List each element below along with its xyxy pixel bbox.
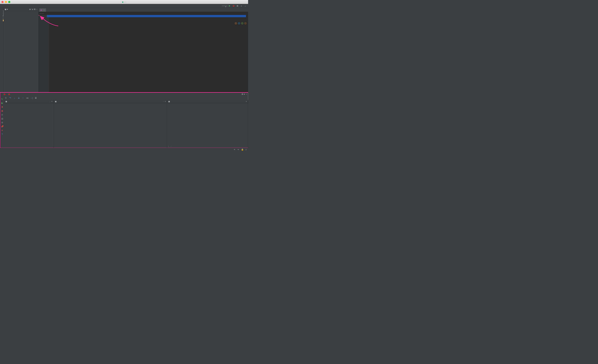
variables-icon: ▣ <box>55 100 57 103</box>
debug-button-icon[interactable]: 🐞 <box>232 4 235 8</box>
watches-list[interactable] <box>167 103 248 148</box>
debug-toolbar: ⎘ ↷ ↓ ⇊ ↑ ⏮ →| 🖩 <box>0 96 248 100</box>
remove-watch-icon[interactable]: − <box>170 145 171 147</box>
layout-icon[interactable]: ▤ <box>0 117 4 120</box>
editor-tab[interactable]: ◆ × <box>39 8 46 12</box>
mute-breakpoints-icon[interactable]: ⊘ <box>0 113 4 116</box>
settings-wrench-icon[interactable]: ⚙ <box>0 121 4 124</box>
status-bar: ≑ ≑ 🔒 ☺ <box>0 148 248 151</box>
stop-button-icon[interactable]: ■ <box>240 4 243 8</box>
resume-program-icon[interactable]: ▶ <box>0 101 4 105</box>
project-tool-window: ▣ ▾ ⊕ ⇲ ⚙ − <box>4 8 39 92</box>
variables-panel: ▣ → ▾ <box>54 100 167 148</box>
frames-panel: ▣ … ▾ <box>4 100 54 148</box>
editor-panel: ◆ × <box>39 8 248 92</box>
editor-tabs: ◆ × <box>39 8 248 12</box>
debug-tabs: 🐞 🐞 ⚙ ▾ − <box>0 92 248 96</box>
watches-toolbar: + − <box>168 145 172 147</box>
step-into-icon[interactable]: ↓ <box>13 96 16 99</box>
close-icon[interactable]: ✕ <box>0 129 4 132</box>
rerun-icon[interactable]: ↻ <box>0 98 4 101</box>
window-title: ◆ - - <box>0 1 248 3</box>
pin-icon[interactable]: 📌 <box>0 125 4 128</box>
collapse-icon[interactable]: ⇲ <box>32 8 33 10</box>
php-file-icon: ◆ <box>122 1 124 3</box>
settings-icon[interactable]: ⚙ <box>34 8 36 10</box>
crumb-class[interactable] <box>39 13 42 14</box>
show-execution-point-icon[interactable]: ⎘ <box>4 96 8 99</box>
browser-opera-icon[interactable] <box>241 22 243 25</box>
file-encoding[interactable]: ≑ <box>237 148 239 151</box>
variables-menu-icon[interactable]: → ▾ <box>162 100 166 103</box>
watches-panel: ▣ ▾ + − <box>167 100 248 148</box>
run-config-dropdown[interactable] <box>222 6 227 6</box>
line-separator[interactable]: ≑ <box>234 148 235 151</box>
project-header: ▣ ▾ ⊕ ⇲ ⚙ − <box>4 8 38 11</box>
coverage-button-icon[interactable]: ▣ <box>236 4 239 8</box>
evaluate-expression-icon[interactable]: 🖩 <box>34 96 37 99</box>
watches-icon: ▣ <box>168 100 170 103</box>
project-view-dropdown[interactable]: ▣ ▾ <box>5 8 8 10</box>
hide-icon[interactable]: − <box>246 93 247 95</box>
run-button-icon[interactable]: ▶ <box>228 4 231 8</box>
view-breakpoints-icon[interactable]: ◉ <box>0 109 4 112</box>
browser-firefox-icon[interactable] <box>244 22 247 25</box>
help-icon[interactable]: ? <box>0 133 4 136</box>
window-titlebar: ◆ - - <box>0 0 248 4</box>
debug-left-rail: ↻ ▶ ■ ◉ ⊘ ▤ ⚙ 📌 ✕ ? <box>0 97 4 148</box>
add-watch-icon[interactable]: + <box>168 145 169 147</box>
watches-menu-icon[interactable]: ▾ <box>246 100 247 103</box>
run-to-cursor-icon[interactable]: →| <box>30 96 33 99</box>
debug-session-tab[interactable]: 🐞 <box>3 93 6 95</box>
project-tree[interactable] <box>4 11 38 12</box>
debug-tool-window: 🐞 🐞 ⚙ ▾ − ⎘ ↷ ↓ ⇊ ↑ ⏮ →| 🖩 ↻ ▶ ■ ◉ ⊘ ▤ ⚙… <box>0 92 248 148</box>
navigation-bar: ▶ 🐞 ▣ ■ ⌕ <box>0 4 248 8</box>
settings-icon[interactable]: ⚙ ▾ <box>241 93 245 95</box>
readonly-lock-icon[interactable]: 🔒 <box>241 148 243 151</box>
stop-icon[interactable]: ■ <box>0 105 4 108</box>
search-everywhere-icon[interactable]: ⌕ <box>243 4 247 8</box>
frames-icon: ▣ <box>5 100 7 103</box>
hide-icon[interactable]: − <box>36 8 37 10</box>
inspection-indicators <box>235 22 247 25</box>
step-over-icon[interactable]: ↷ <box>8 96 12 99</box>
frames-list[interactable] <box>4 103 54 148</box>
editor-body[interactable] <box>39 15 248 92</box>
browser-chrome-icon[interactable] <box>235 22 237 25</box>
frames-dropdown-icon[interactable]: … ▾ <box>49 100 52 103</box>
php-file-icon: ◆ <box>40 9 42 11</box>
force-step-into-icon[interactable]: ⇊ <box>17 96 20 99</box>
editor-breadcrumb[interactable] <box>39 12 248 15</box>
browser-safari-icon[interactable] <box>238 22 240 25</box>
close-tab-icon[interactable]: × <box>44 9 45 11</box>
editor-code[interactable] <box>49 15 248 92</box>
autoscroll-icon[interactable]: ⊕ <box>29 8 31 10</box>
hector-icon[interactable]: ☺ <box>245 148 247 151</box>
annotation-arrow <box>39 15 64 29</box>
step-out-icon[interactable]: ↑ <box>21 96 25 99</box>
crumb-method[interactable] <box>42 13 44 14</box>
variables-tree[interactable] <box>54 103 167 148</box>
left-tool-tabstrip: 📁 1: Project <box>0 8 4 92</box>
debug-session-tab[interactable]: 🐞 <box>8 93 10 95</box>
drop-frame-icon[interactable]: ⏮ <box>26 96 29 99</box>
